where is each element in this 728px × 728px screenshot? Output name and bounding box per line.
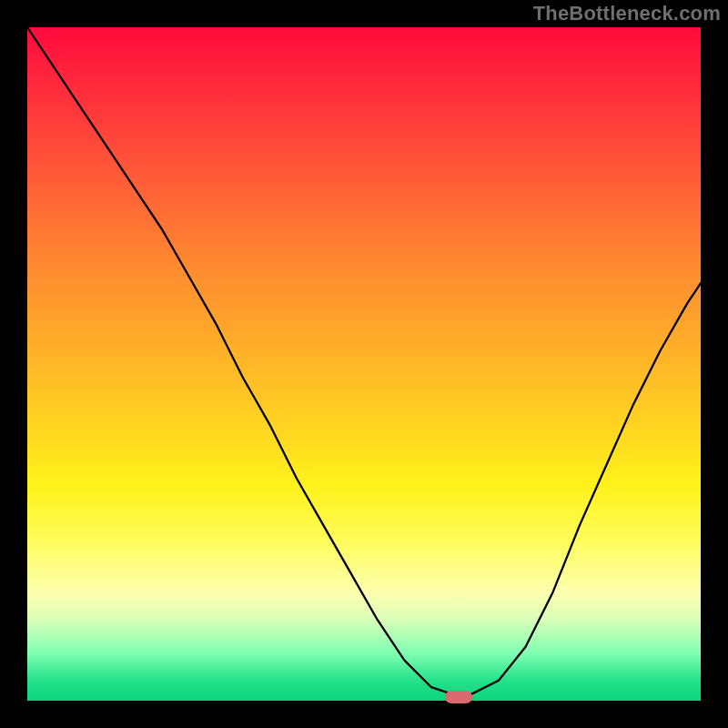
bottleneck-curve (27, 27, 701, 701)
plot-area (27, 27, 701, 701)
chart-frame: TheBottleneck.com (0, 0, 728, 728)
watermark-text: TheBottleneck.com (533, 2, 721, 25)
optimal-point-marker (445, 691, 472, 703)
